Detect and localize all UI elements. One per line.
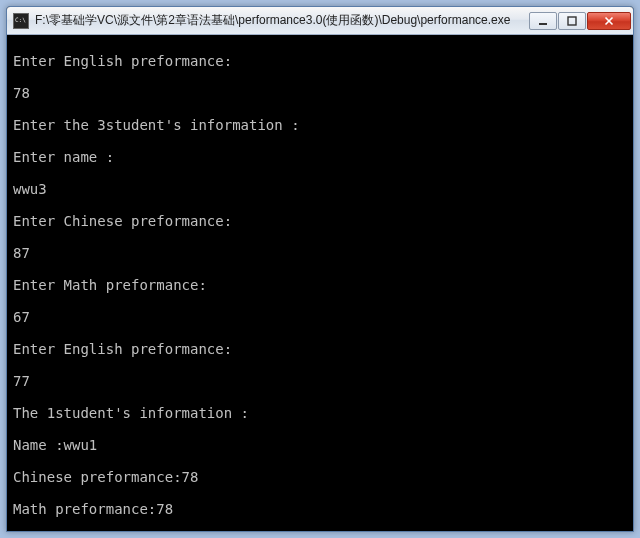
console-line: Enter the 3student's information : bbox=[13, 117, 627, 133]
console-line: 77 bbox=[13, 373, 627, 389]
minimize-icon bbox=[538, 16, 548, 26]
maximize-button[interactable] bbox=[558, 12, 586, 30]
app-icon bbox=[13, 13, 29, 29]
close-icon bbox=[604, 16, 614, 26]
console-line: Name :wwu1 bbox=[13, 437, 627, 453]
svg-rect-1 bbox=[568, 17, 576, 25]
close-button[interactable] bbox=[587, 12, 631, 30]
minimize-button[interactable] bbox=[529, 12, 557, 30]
console-line: Chinese preformance:78 bbox=[13, 469, 627, 485]
console-line: 78 bbox=[13, 85, 627, 101]
console-line: Enter name : bbox=[13, 149, 627, 165]
console-line: Enter English preformance: bbox=[13, 341, 627, 357]
maximize-icon bbox=[567, 16, 577, 26]
console-line: Enter Math preformance: bbox=[13, 277, 627, 293]
console-window: F:\零基础学VC\源文件\第2章语法基础\performance3.0(使用函… bbox=[6, 6, 634, 532]
console-line: Enter English preformance: bbox=[13, 53, 627, 69]
window-title: F:\零基础学VC\源文件\第2章语法基础\performance3.0(使用函… bbox=[35, 12, 529, 29]
titlebar[interactable]: F:\零基础学VC\源文件\第2章语法基础\performance3.0(使用函… bbox=[7, 7, 633, 35]
svg-rect-0 bbox=[539, 23, 547, 25]
console-output[interactable]: Enter English preformance: 78 Enter the … bbox=[7, 35, 633, 531]
console-line: wwu3 bbox=[13, 181, 627, 197]
console-line: 67 bbox=[13, 309, 627, 325]
console-line: Enter Chinese preformance: bbox=[13, 213, 627, 229]
console-line: 87 bbox=[13, 245, 627, 261]
console-line: The 1student's information : bbox=[13, 405, 627, 421]
console-line: Math preformance:78 bbox=[13, 501, 627, 517]
window-controls bbox=[529, 12, 631, 30]
